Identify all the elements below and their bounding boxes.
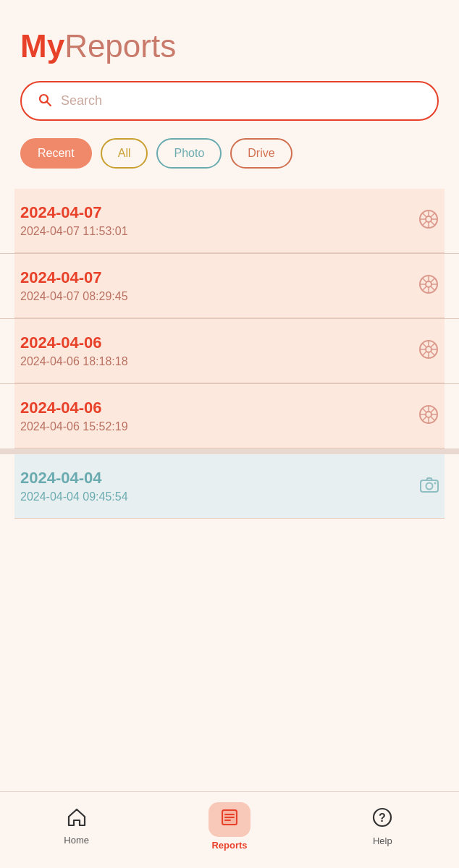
report-item[interactable]: 2024-04-07 2024-04-07 08:29:45 bbox=[14, 254, 445, 318]
svg-line-29 bbox=[431, 352, 435, 356]
svg-point-33 bbox=[426, 412, 431, 417]
svg-line-28 bbox=[423, 344, 427, 348]
svg-point-23 bbox=[426, 346, 431, 352]
wheel-icon bbox=[418, 209, 439, 232]
report-timestamp: 2024-04-06 15:52:19 bbox=[20, 420, 128, 433]
svg-point-13 bbox=[426, 281, 431, 287]
svg-line-41 bbox=[423, 417, 427, 421]
report-timestamp: 2024-04-07 08:29:45 bbox=[20, 290, 128, 303]
filter-tab-drive[interactable]: Drive bbox=[230, 138, 292, 169]
report-timestamp: 2024-04-06 18:18:18 bbox=[20, 355, 128, 368]
filter-tab-recent[interactable]: Recent bbox=[20, 138, 92, 169]
report-date: 2024-04-04 bbox=[20, 469, 128, 488]
svg-point-43 bbox=[426, 483, 433, 490]
nav-reports-wrap bbox=[209, 802, 250, 837]
svg-line-20 bbox=[431, 278, 435, 283]
report-timestamp: 2024-04-04 09:45:54 bbox=[20, 490, 128, 503]
report-date: 2024-04-07 bbox=[20, 268, 128, 287]
svg-line-30 bbox=[431, 344, 435, 348]
reports-icon bbox=[220, 808, 239, 831]
svg-line-21 bbox=[423, 286, 427, 291]
search-placeholder: Search bbox=[61, 93, 421, 109]
report-date: 2024-04-07 bbox=[20, 203, 128, 222]
svg-point-3 bbox=[426, 216, 431, 222]
nav-reports-label: Reports bbox=[211, 840, 247, 851]
svg-text:?: ? bbox=[379, 812, 386, 824]
filter-tab-all[interactable]: All bbox=[101, 138, 148, 169]
wheel-icon bbox=[418, 274, 439, 297]
report-list: 2024-04-07 2024-04-07 11:53:01 bbox=[20, 189, 439, 777]
svg-line-10 bbox=[431, 213, 435, 218]
report-item[interactable]: 2024-04-07 2024-04-07 11:53:01 bbox=[14, 189, 445, 253]
svg-line-18 bbox=[423, 278, 427, 283]
search-bar[interactable]: Search bbox=[20, 81, 439, 121]
bottom-nav: Home Reports ? Help bbox=[0, 791, 459, 868]
title-reports: Reports bbox=[64, 28, 176, 64]
report-info: 2024-04-07 2024-04-07 11:53:01 bbox=[20, 203, 128, 238]
svg-rect-42 bbox=[421, 480, 438, 492]
report-item[interactable]: 2024-04-06 2024-04-06 18:18:18 bbox=[14, 319, 445, 383]
wheel-icon bbox=[418, 404, 439, 427]
report-info: 2024-04-06 2024-04-06 18:18:18 bbox=[20, 333, 128, 368]
svg-point-44 bbox=[434, 482, 437, 485]
filter-tab-photo[interactable]: Photo bbox=[156, 138, 222, 169]
camera-icon bbox=[420, 475, 439, 497]
svg-line-1 bbox=[47, 102, 51, 106]
nav-home[interactable]: Home bbox=[0, 808, 153, 846]
report-date: 2024-04-06 bbox=[20, 399, 128, 417]
report-info: 2024-04-07 2024-04-07 08:29:45 bbox=[20, 268, 128, 303]
wheel-icon bbox=[418, 339, 439, 362]
nav-home-label: Home bbox=[64, 835, 89, 846]
svg-line-8 bbox=[423, 213, 427, 218]
report-item[interactable]: 2024-04-06 2024-04-06 15:52:19 bbox=[14, 384, 445, 448]
svg-line-38 bbox=[423, 409, 427, 413]
filter-tabs: Recent All Photo Drive bbox=[20, 138, 439, 169]
title-my: My bbox=[20, 28, 64, 64]
report-item[interactable]: 2024-04-04 2024-04-04 09:45:54 bbox=[14, 454, 445, 519]
report-info: 2024-04-06 2024-04-06 15:52:19 bbox=[20, 399, 128, 433]
home-icon bbox=[67, 808, 87, 832]
report-date: 2024-04-06 bbox=[20, 333, 128, 352]
page-title: MyReports bbox=[20, 29, 439, 64]
nav-help-label: Help bbox=[373, 835, 392, 846]
report-timestamp: 2024-04-07 11:53:01 bbox=[20, 225, 128, 238]
svg-line-39 bbox=[431, 417, 435, 421]
nav-reports[interactable]: Reports bbox=[153, 802, 306, 851]
search-icon bbox=[38, 93, 52, 109]
help-icon: ? bbox=[372, 807, 392, 833]
svg-line-31 bbox=[423, 352, 427, 356]
svg-line-19 bbox=[431, 286, 435, 291]
svg-line-9 bbox=[431, 221, 435, 226]
svg-line-11 bbox=[423, 221, 427, 226]
report-info: 2024-04-04 2024-04-04 09:45:54 bbox=[20, 469, 128, 503]
svg-line-40 bbox=[431, 409, 435, 413]
nav-help[interactable]: ? Help bbox=[306, 807, 459, 846]
